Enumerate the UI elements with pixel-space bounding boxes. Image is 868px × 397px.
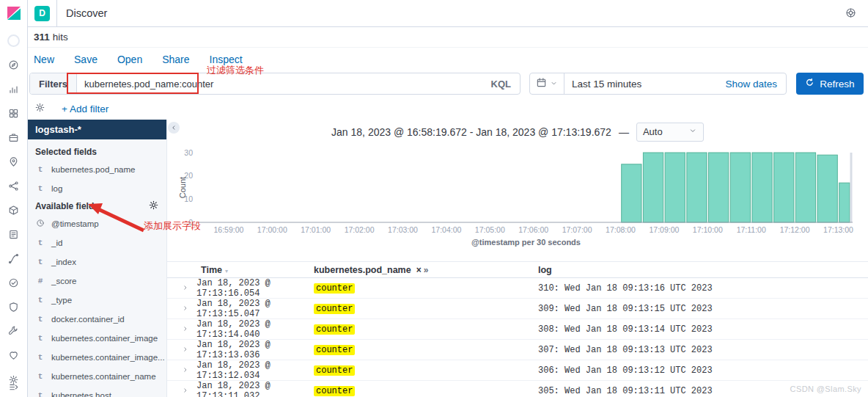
field-item[interactable]: tdocker.container_id <box>35 310 159 329</box>
menu-save-link[interactable]: Save <box>74 54 98 65</box>
search-bar: Filters KQL Last 15 minutes Show dates R… <box>29 73 864 95</box>
filters-button[interactable]: Filters <box>30 73 77 94</box>
rail-stack-monitoring-icon[interactable] <box>8 350 20 362</box>
field-type-icon: t <box>35 258 45 266</box>
field-name: _id <box>51 238 62 247</box>
cell-time: Jan 18, 2023 @ 17:13:11.032 <box>196 381 314 397</box>
rail-visualize-icon[interactable] <box>8 84 20 95</box>
field-type-icon: t <box>35 165 45 174</box>
svg-text:17:13:00: 17:13:00 <box>823 225 853 234</box>
time-range-value[interactable]: Last 15 minutes <box>564 79 725 90</box>
rail-uptime-icon[interactable] <box>8 277 20 289</box>
move-column-icon[interactable]: » <box>424 265 429 275</box>
column-header-log[interactable]: log <box>538 265 868 275</box>
show-dates-button[interactable]: Show dates <box>725 79 786 90</box>
kql-button[interactable]: KQL <box>482 79 520 90</box>
histogram-chart[interactable]: 010203016:59:0017:00:0017:01:0017:02:001… <box>167 144 868 250</box>
cell-pod-name: counter <box>314 304 355 314</box>
field-item[interactable]: tkubernetes.container_image <box>35 329 159 348</box>
filter-settings-gear-icon[interactable] <box>34 102 45 116</box>
topbar-divider <box>56 0 57 27</box>
available-fields-list: @timestampt_idt_index#_scoret_typetdocke… <box>35 214 159 397</box>
app-rail <box>0 0 28 397</box>
menu-share-link[interactable]: Share <box>162 54 189 65</box>
cell-log: 307: Wed Jan 18 09:13:13 UTC 2023 <box>538 345 868 355</box>
fields-settings-gear-icon[interactable] <box>148 200 159 213</box>
svg-text:30: 30 <box>184 148 193 157</box>
space-avatar[interactable] <box>7 34 20 47</box>
rail-logs-icon[interactable] <box>8 229 20 241</box>
help-icon[interactable] <box>845 7 858 20</box>
rail-apm-icon[interactable] <box>8 253 20 265</box>
field-item[interactable]: tlog <box>35 179 159 198</box>
svg-text:17:01:00: 17:01:00 <box>301 225 331 234</box>
rail-maps-icon[interactable] <box>8 156 20 168</box>
field-item[interactable]: @timestamp <box>35 214 159 233</box>
collapse-sidebar-button[interactable] <box>168 122 180 134</box>
field-name: kubernetes.container_image <box>51 334 158 343</box>
query-input[interactable] <box>77 79 482 90</box>
expand-row-icon[interactable] <box>167 345 196 355</box>
rail-machine-learning-icon[interactable] <box>8 181 20 192</box>
field-type-icon: # <box>35 277 45 285</box>
add-filter-button[interactable]: + Add filter <box>62 103 108 114</box>
svg-text:17:09:00: 17:09:00 <box>649 225 679 234</box>
rail-dev-tools-icon[interactable] <box>8 326 20 338</box>
rail-dashboard-icon[interactable] <box>8 108 20 120</box>
field-type-icon: t <box>35 372 45 381</box>
discover-app-icon: D <box>34 6 50 21</box>
selected-fields-heading: Selected fields <box>35 144 159 160</box>
page-title: Discover <box>66 7 107 19</box>
chevron-down-icon <box>550 77 558 90</box>
field-name: docker.container_id <box>51 315 125 324</box>
hits-row: 311 hits <box>28 27 868 48</box>
cell-time: Jan 18, 2023 @ 17:13:15.047 <box>196 299 314 319</box>
main-content: Jan 18, 2023 @ 16:58:19.672 - Jan 18, 20… <box>167 120 868 397</box>
field-name: _type <box>51 296 72 305</box>
cell-pod-name: counter <box>314 324 355 335</box>
rail-discover-icon[interactable] <box>8 59 20 71</box>
expand-row-icon[interactable] <box>167 386 196 396</box>
field-item[interactable]: t_id <box>35 233 159 252</box>
field-item[interactable]: t_index <box>35 252 159 272</box>
collapse-menu-icon[interactable] <box>8 382 20 393</box>
rail-siem-icon[interactable] <box>8 302 20 313</box>
expand-row-icon[interactable] <box>167 304 196 314</box>
rail-metrics-icon[interactable] <box>8 205 20 216</box>
field-item[interactable]: tkubernetes.container_name <box>35 367 159 386</box>
field-item[interactable]: tkubernetes.host <box>35 386 159 397</box>
interval-select[interactable]: Auto <box>636 123 704 142</box>
calendar-button[interactable] <box>530 73 564 94</box>
table-row: Jan 18, 2023 @ 17:13:13.036counter307: W… <box>167 340 868 360</box>
date-picker: Last 15 minutes Show dates <box>529 73 787 95</box>
menu-new-link[interactable]: New <box>34 54 54 65</box>
cell-pod-name: counter <box>314 386 355 396</box>
field-type-icon: t <box>35 391 45 397</box>
chart-header: Jan 18, 2023 @ 16:58:19.672 - Jan 18, 20… <box>167 120 868 144</box>
rail-canvas-icon[interactable] <box>8 132 20 144</box>
svg-text:17:02:00: 17:02:00 <box>345 225 375 234</box>
chevron-down-icon <box>688 126 697 137</box>
field-item[interactable]: t_type <box>35 291 159 310</box>
field-item[interactable]: #_score <box>35 272 159 291</box>
expand-row-icon[interactable] <box>167 324 196 335</box>
field-type-icon: t <box>35 296 45 305</box>
remove-column-icon[interactable]: × <box>416 265 422 275</box>
field-name: kubernetes.host <box>51 391 111 397</box>
expand-row-icon[interactable] <box>167 283 196 294</box>
documents-table: Time▾ kubernetes.pod_name×» log Jan 18, … <box>167 261 868 397</box>
field-name: log <box>51 184 62 193</box>
annotation-filter-note: 过滤筛选条件 <box>207 64 264 77</box>
table-row: Jan 18, 2023 @ 17:13:12.034counter306: W… <box>167 360 868 381</box>
kibana-logo-icon[interactable] <box>5 4 23 22</box>
column-header-time[interactable]: Time▾ <box>196 265 314 275</box>
field-item[interactable]: tkubernetes.container_image... <box>35 348 159 367</box>
column-header-pod-name[interactable]: kubernetes.pod_name×» <box>314 265 538 275</box>
index-pattern-selector[interactable]: logstash-* <box>28 120 166 139</box>
field-type-icon: t <box>35 184 45 193</box>
field-item[interactable]: tkubernetes.pod_name <box>35 160 159 179</box>
expand-row-icon[interactable] <box>167 365 196 376</box>
svg-text:17:10:00: 17:10:00 <box>693 225 723 234</box>
menu-open-link[interactable]: Open <box>117 54 142 65</box>
refresh-button[interactable]: Refresh <box>796 73 864 95</box>
